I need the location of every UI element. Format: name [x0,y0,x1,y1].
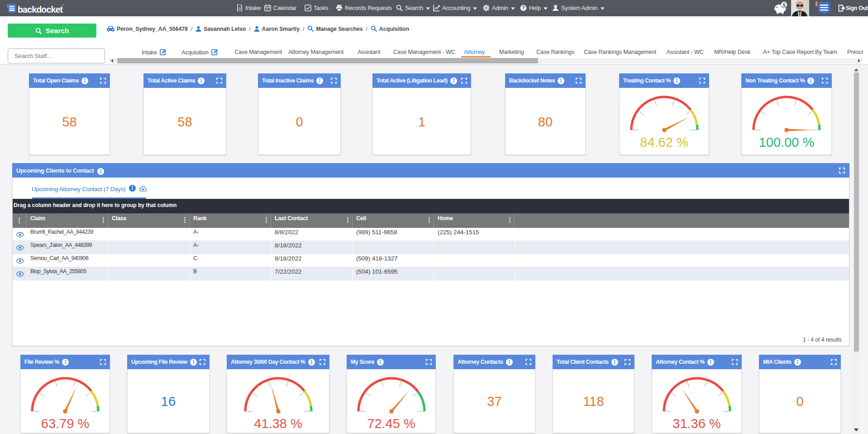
svg-text:$: $ [782,2,785,8]
svg-text:?: ? [522,5,525,10]
